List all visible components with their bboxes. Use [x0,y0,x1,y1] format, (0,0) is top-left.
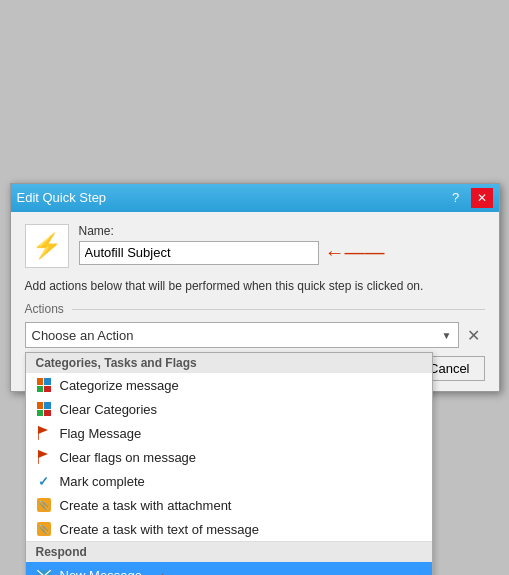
close-button[interactable]: ✕ [471,188,493,208]
action-select-container: Choose an Action ▼ Categories, Tasks and… [25,322,459,348]
lightning-icon: ⚡ [32,232,62,260]
action-section: Choose an Action ▼ Categories, Tasks and… [25,322,485,348]
flag-icon [36,425,52,441]
item-label: Create a task with attachment [60,498,232,513]
help-button[interactable]: ? [445,188,467,208]
title-bar-left: Edit Quick Step [17,190,107,205]
actions-divider [72,309,485,310]
item-label: Mark complete [60,474,145,489]
name-input-row: ←—— [79,241,485,265]
quick-step-icon-box: ⚡ [25,224,69,268]
actions-label-row: Actions [25,302,485,316]
check-icon: ✓ [36,473,52,489]
list-item[interactable]: 📎 Create a task with text of message [26,517,432,541]
description-text: Add actions below that will be performed… [25,278,485,295]
title-bar-controls: ? ✕ [445,188,493,208]
name-label: Name: [79,224,485,238]
task-attachment-icon: 📎 [36,497,52,513]
action-select-text: Choose an Action [32,328,442,343]
clear-categories-icon [36,401,52,417]
new-message-icon [36,567,52,575]
dropdown-arrow-icon: ▼ [442,330,452,341]
categorize-icon [36,377,52,393]
list-item[interactable]: Categorize message [26,373,432,397]
item-label: New Message [60,568,142,575]
item-label: Categorize message [60,378,179,393]
list-item-new-message[interactable]: New Message ←—— [26,562,432,575]
actions-label: Actions [25,302,64,316]
title-bar: Edit Quick Step ? ✕ [11,184,499,212]
svg-marker-0 [38,426,48,434]
task-text-icon: 📎 [36,521,52,537]
new-message-arrow: ←—— [158,566,206,575]
list-item[interactable]: Flag Message [26,421,432,445]
action-row: Choose an Action ▼ Categories, Tasks and… [25,322,485,348]
list-item[interactable]: Clear Categories [26,397,432,421]
list-item[interactable]: 📎 Create a task with attachment [26,493,432,517]
dropdown-panel: Categories, Tasks and Flags Categorize m… [25,352,433,575]
dialog-body: ⚡ Name: ←—— Add actions below that will … [11,212,499,392]
item-label: Flag Message [60,426,142,441]
item-label: Clear flags on message [60,450,197,465]
group-header-categories: Categories, Tasks and Flags [26,353,432,373]
remove-action-button[interactable]: ✕ [463,324,485,346]
item-label: Create a task with text of message [60,522,259,537]
clear-flag-icon [36,449,52,465]
group-header-respond: Respond [26,541,432,562]
dialog-title: Edit Quick Step [17,190,107,205]
name-field-group: Name: ←—— [79,224,485,265]
name-input[interactable] [79,241,319,265]
dropdown-scroll[interactable]: Categories, Tasks and Flags Categorize m… [26,353,432,575]
item-label: Clear Categories [60,402,158,417]
name-section: ⚡ Name: ←—— [25,224,485,268]
edit-quick-step-dialog: Edit Quick Step ? ✕ ⚡ Name: ←—— Add acti… [10,183,500,393]
list-item[interactable]: ✓ Mark complete [26,469,432,493]
arrow-indicator: ←—— [325,241,385,264]
action-select-display[interactable]: Choose an Action ▼ [25,322,459,348]
svg-marker-2 [38,450,48,458]
list-item[interactable]: Clear flags on message [26,445,432,469]
